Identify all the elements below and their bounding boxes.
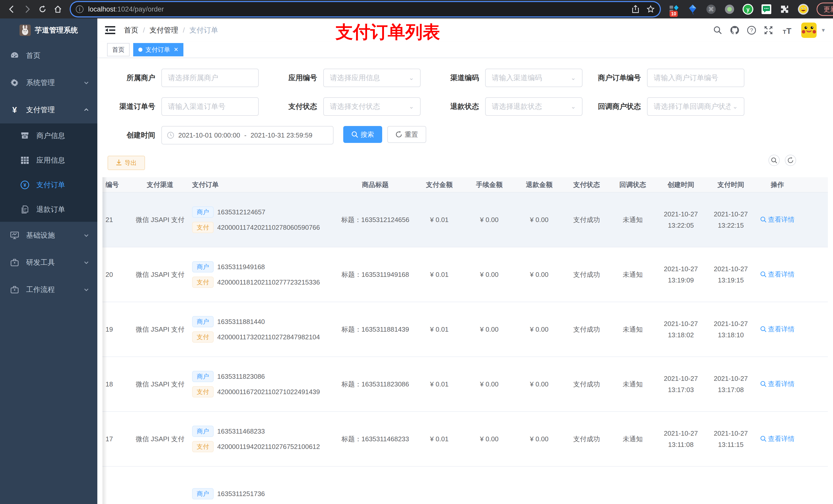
search-button[interactable]: 搜索 xyxy=(343,126,382,143)
back-icon[interactable] xyxy=(5,3,19,16)
merchant-input[interactable]: 请选择所属商户 xyxy=(161,69,259,87)
cell-amount: ¥ 0.01 xyxy=(415,216,463,224)
extension-command-icon[interactable]: ⌘ xyxy=(706,4,717,15)
filter-merchant: 所属商户 请选择所属商户 xyxy=(108,69,265,87)
search-icon[interactable] xyxy=(713,26,722,35)
column-header: 手续金额 xyxy=(463,180,515,189)
tab-home[interactable]: 首页 xyxy=(107,43,129,56)
merchant-tag: 商户 xyxy=(192,316,214,327)
date-range-picker[interactable]: 2021-10-01 00:00:00 - 2021-10-31 23:59:5… xyxy=(161,126,334,144)
toggle-search-button[interactable] xyxy=(768,155,780,166)
merchant-order-no-input[interactable]: 请输入商户订单编号 xyxy=(647,69,744,87)
date-end[interactable]: 2021-10-31 23:59:59 xyxy=(251,131,312,139)
extension-chat-icon[interactable] xyxy=(761,4,772,15)
sidebar-collapse-icon[interactable] xyxy=(104,25,116,36)
sidebar-item-dev-tools[interactable]: 研发工具 xyxy=(0,249,97,276)
cell-pay-order: 商户1635312124657支付42000011742021102780605… xyxy=(192,202,336,237)
dashboard-icon xyxy=(10,51,19,60)
filter-label: 所属商户 xyxy=(108,73,161,83)
bookmark-star-icon[interactable] xyxy=(646,5,655,13)
cell-pay-status: 支付成功 xyxy=(564,270,610,279)
view-detail-link[interactable]: 查看详情 xyxy=(760,215,794,224)
export-button[interactable]: 导出 xyxy=(108,156,145,170)
sidebar-item-label: 系统管理 xyxy=(26,78,76,88)
cell-id: 21 xyxy=(102,216,128,224)
pay-tag: 支付 xyxy=(192,441,214,452)
view-detail-link[interactable]: 查看详情 xyxy=(760,434,794,443)
pay-order-no: 4200001167202110271022491439 xyxy=(217,388,320,396)
cell-refund: ¥ 0.00 xyxy=(515,380,564,388)
breadcrumb-home[interactable]: 首页 xyxy=(124,25,138,35)
channel-order-no-input[interactable]: 请输入渠道订单号 xyxy=(161,97,259,116)
help-icon[interactable]: ? xyxy=(747,26,756,35)
view-detail-link[interactable]: 查看详情 xyxy=(760,270,794,279)
pay-status-select[interactable]: 请选择支付状态 ⌄ xyxy=(323,97,421,116)
app-header: 首页 / 支付管理 / 支付订单 ? xyxy=(97,19,833,42)
merchant-order-line: 商户1635311949168 xyxy=(192,261,336,272)
view-detail-link[interactable]: 查看详情 xyxy=(760,325,794,334)
sidebar-item-workflow[interactable]: 工作流程 xyxy=(0,276,97,303)
merchant-tag: 商户 xyxy=(192,488,214,499)
cell-actions: 查看详情 xyxy=(756,215,799,224)
url-bar[interactable]: i localhost:1024/pay/order xyxy=(71,2,660,16)
cell-refund: ¥ 0.00 xyxy=(515,216,564,224)
app-logo[interactable]: 芋道管理系统 xyxy=(0,19,97,42)
sidebar-item-label: 商户信息 xyxy=(37,131,65,141)
pay-order-no: 4200001194202110276752100612 xyxy=(217,443,320,451)
forward-icon[interactable] xyxy=(21,3,34,16)
extension-record-icon[interactable] xyxy=(724,4,735,15)
sidebar-item-system[interactable]: 系统管理 xyxy=(0,69,97,96)
date-start[interactable]: 2021-10-01 00:00:00 xyxy=(178,131,240,139)
close-tab-icon[interactable]: ✕ xyxy=(174,46,178,53)
cell-fee: ¥ 0.00 xyxy=(463,326,515,333)
sidebar-item-infra[interactable]: 基础设施 xyxy=(0,222,97,249)
cell-amount: ¥ 0.01 xyxy=(415,435,463,443)
font-size-icon[interactable]: TT xyxy=(781,26,793,35)
home-icon[interactable] xyxy=(51,3,65,16)
profile-emoji-icon[interactable] xyxy=(798,4,809,15)
cell-fee: ¥ 0.00 xyxy=(463,271,515,279)
avatar-caret-icon[interactable]: ▼ xyxy=(821,27,826,33)
extensions-puzzle-icon[interactable] xyxy=(779,4,790,15)
reload-icon[interactable] xyxy=(36,3,49,16)
yen-icon: ¥ xyxy=(10,105,19,115)
time-line: 13:17:08 xyxy=(706,384,756,395)
cell-notify-status: 未通知 xyxy=(610,380,656,389)
fullscreen-icon[interactable] xyxy=(764,26,773,35)
merchant-order-no: 1635312124657 xyxy=(217,208,265,216)
sidebar-item-payment[interactable]: ¥ 支付管理 xyxy=(0,96,97,123)
github-icon[interactable] xyxy=(730,26,739,35)
time-line: 13:22:15 xyxy=(706,220,756,231)
browser-update-button[interactable]: 更新 ⋮ xyxy=(817,3,833,16)
extension-tasks-icon[interactable]: 10 xyxy=(669,4,680,15)
reset-button[interactable]: 重置 xyxy=(387,126,426,143)
cell-title: 标题：1635311949168 xyxy=(336,270,415,279)
tab-pay-order[interactable]: 支付订单 ✕ xyxy=(133,43,184,56)
column-header: 支付渠道 xyxy=(128,180,192,189)
site-info-icon[interactable]: i xyxy=(76,5,84,13)
app-select[interactable]: 请选择应用信息 ⌄ xyxy=(323,69,421,87)
sidebar-item-pay-order[interactable]: ¥ 支付订单 xyxy=(0,173,97,197)
view-detail-link[interactable]: 查看详情 xyxy=(760,380,794,388)
shop-icon xyxy=(21,132,29,140)
chevron-down-icon: ⌄ xyxy=(733,103,738,110)
extension-kite-icon[interactable] xyxy=(687,4,698,15)
share-icon[interactable] xyxy=(632,5,639,13)
clock-icon xyxy=(167,131,174,139)
breadcrumb-payment[interactable]: 支付管理 xyxy=(149,25,178,35)
sidebar-item-home[interactable]: 首页 xyxy=(0,42,97,69)
channel-code-select[interactable]: 请输入渠道编码 ⌄ xyxy=(485,69,582,87)
cell-notify-status: 未通知 xyxy=(610,325,656,334)
orders-table: 编号支付渠道支付订单商品标题支付金额手续金额退款金额支付状态回调状态创建时间支付… xyxy=(102,177,828,504)
filter-notify-status: 回调商户状态 请选择订单回调商户状态 ⌄ xyxy=(593,97,751,116)
refund-status-select[interactable]: 请选择退款状态 ⌄ xyxy=(485,97,582,116)
pay-tag: 支付 xyxy=(192,222,214,233)
refresh-button[interactable] xyxy=(785,155,796,166)
extension-y-icon[interactable]: y xyxy=(742,4,754,15)
sidebar-item-app-info[interactable]: 应用信息 xyxy=(0,148,97,173)
notify-status-select[interactable]: 请选择订单回调商户状态 ⌄ xyxy=(647,97,744,116)
user-avatar[interactable] xyxy=(801,23,817,38)
sidebar-item-refund-order[interactable]: 退款订单 xyxy=(0,197,97,222)
sidebar-item-merchant-info[interactable]: 商户信息 xyxy=(0,123,97,148)
column-header: 支付状态 xyxy=(564,180,610,189)
